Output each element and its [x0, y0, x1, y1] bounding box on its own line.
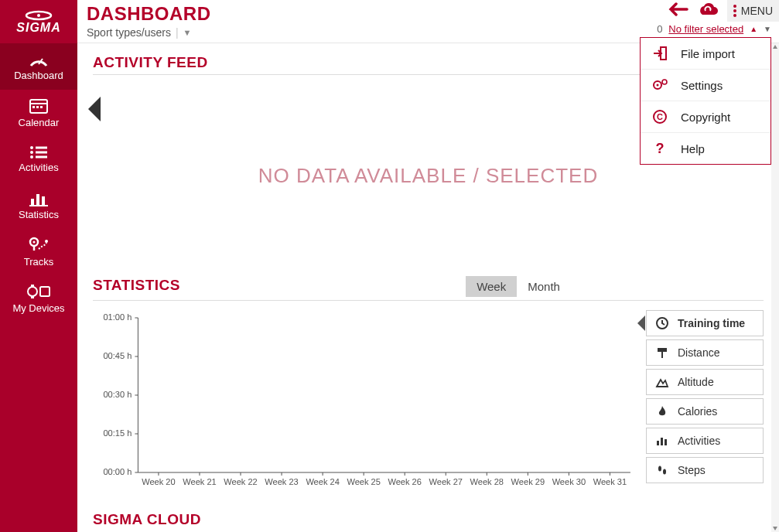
svg-point-1: [37, 14, 40, 17]
page-title: DASHBOARD: [87, 3, 211, 25]
svg-text:00:00 h: 00:00 h: [103, 467, 132, 476]
menu-item-label: Settings: [681, 79, 723, 92]
metric-training-time[interactable]: Training time: [646, 310, 764, 336]
list-icon: [29, 145, 49, 159]
menu-item-label: File import: [681, 47, 735, 60]
svg-rect-84: [661, 438, 663, 445]
svg-rect-15: [36, 194, 39, 205]
svg-text:01:00 h: 01:00 h: [103, 312, 132, 322]
brand-logo: SIGMA: [0, 0, 77, 43]
svg-point-28: [662, 80, 667, 84]
svg-rect-85: [665, 439, 667, 445]
chart-svg: 00:00 h00:15 h00:30 h00:45 h01:00 hWeek …: [93, 310, 638, 496]
svg-point-19: [33, 241, 36, 244]
menu-item-file-import[interactable]: File import: [641, 38, 770, 70]
svg-text:Week 31: Week 31: [593, 477, 627, 486]
svg-text:Week 25: Week 25: [347, 477, 380, 486]
sidebar-item-statistics[interactable]: Statistics: [0, 182, 77, 229]
sigma-logo-icon: [25, 10, 53, 21]
svg-point-87: [663, 469, 666, 475]
statistics-chart: 00:00 h00:15 h00:30 h00:45 h01:00 hWeek …: [93, 310, 638, 496]
chevron-down-icon: ▼: [183, 28, 192, 37]
metric-steps[interactable]: Steps: [646, 457, 764, 483]
sidebar-item-calendar[interactable]: Calendar: [0, 90, 77, 136]
svg-text:Week 22: Week 22: [224, 477, 257, 486]
calendar-icon: [29, 97, 49, 114]
sidebar-item-tracks[interactable]: Tracks: [0, 229, 77, 275]
triangle-up-icon[interactable]: ▲: [750, 25, 757, 33]
svg-rect-81: [658, 348, 667, 352]
metric-distance[interactable]: Distance: [646, 339, 764, 366]
help-icon: ?: [651, 141, 668, 156]
svg-rect-9: [36, 147, 47, 149]
svg-text:00:45 h: 00:45 h: [103, 351, 132, 360]
sigma-cloud-title: SIGMA CLOUD: [93, 511, 764, 528]
svg-rect-16: [42, 196, 45, 205]
svg-text:C: C: [657, 112, 663, 121]
menu-button[interactable]: MENU: [727, 0, 779, 22]
scrollbar[interactable]: [771, 43, 779, 532]
svg-point-21: [28, 287, 37, 296]
svg-text:Week 20: Week 20: [142, 477, 175, 486]
svg-text:Week 26: Week 26: [388, 477, 421, 486]
svg-point-10: [30, 151, 33, 154]
topbar-actions: MENU: [668, 0, 779, 22]
sport-types-selector[interactable]: Sport types/users | ▼: [87, 26, 211, 39]
svg-point-27: [657, 84, 659, 87]
svg-text:Week 23: Week 23: [265, 477, 298, 486]
metric-list: Training time Distance Altitude Calories: [646, 310, 764, 496]
menu-dots-icon: [733, 5, 736, 17]
metric-label: Activities: [678, 435, 720, 447]
filter-selector[interactable]: No filter selected: [668, 23, 743, 35]
svg-rect-14: [31, 199, 34, 205]
menu-item-label: Copyright: [681, 111, 730, 124]
flame-icon: [654, 404, 670, 418]
svg-point-86: [658, 466, 661, 472]
svg-text:Week 30: Week 30: [552, 477, 586, 486]
pin-route-icon: [28, 237, 50, 254]
svg-text:00:30 h: 00:30 h: [103, 390, 132, 399]
metric-activities[interactable]: Activities: [646, 428, 764, 454]
brand-text: SIGMA: [16, 21, 60, 35]
bar-chart-icon: [29, 191, 49, 206]
bars-icon: [654, 434, 670, 448]
mountain-icon: [654, 375, 670, 389]
metric-altitude[interactable]: Altitude: [646, 369, 764, 395]
svg-text:Week 24: Week 24: [306, 477, 339, 486]
triangle-down-icon[interactable]: ▼: [764, 25, 771, 33]
menu-item-copyright[interactable]: C Copyright: [641, 101, 770, 133]
signpost-icon: [654, 346, 670, 360]
metric-label: Calories: [678, 405, 717, 418]
menu-item-settings[interactable]: Settings: [641, 70, 770, 101]
active-pointer-icon: [637, 315, 645, 331]
tab-month[interactable]: Month: [517, 276, 571, 297]
svg-point-20: [45, 240, 48, 243]
sport-types-label: Sport types/users: [87, 26, 171, 39]
sidebar-item-activities[interactable]: Activities: [0, 136, 77, 182]
svg-rect-83: [657, 441, 659, 445]
metric-calories[interactable]: Calories: [646, 398, 764, 425]
sidebar-item-label: Calendar: [19, 117, 60, 128]
statistics-header: STATISTICS Week Month: [93, 276, 764, 297]
svg-rect-82: [661, 352, 663, 358]
back-arrow-icon[interactable]: [668, 1, 688, 21]
sidebar-item-dashboard[interactable]: Dashboard: [0, 43, 77, 90]
metric-label: Distance: [678, 346, 719, 359]
sidebar-item-label: Dashboard: [14, 70, 63, 81]
divider: |: [176, 26, 179, 39]
feed-empty-message: NO DATA AVAILABLE / SELECTED: [258, 164, 598, 188]
metric-label: Steps: [678, 464, 706, 476]
sidebar-item-label: Tracks: [24, 256, 54, 268]
svg-rect-24: [40, 287, 50, 296]
svg-rect-7: [40, 106, 43, 108]
tab-week[interactable]: Week: [466, 276, 517, 297]
metric-label: Training time: [678, 317, 745, 329]
svg-text:Week 27: Week 27: [429, 477, 463, 486]
main: DASHBOARD Sport types/users | ▼ MENU 0 N…: [77, 0, 779, 532]
menu-dropdown: File import Settings C Copyright ? Help: [640, 37, 771, 165]
sidebar-item-mydevices[interactable]: My Devices: [0, 275, 77, 322]
cloud-sync-icon[interactable]: [696, 2, 719, 20]
sidebar-item-label: Activities: [19, 162, 58, 173]
menu-item-help[interactable]: ? Help: [641, 133, 770, 164]
feed-prev-arrow[interactable]: [88, 97, 101, 121]
